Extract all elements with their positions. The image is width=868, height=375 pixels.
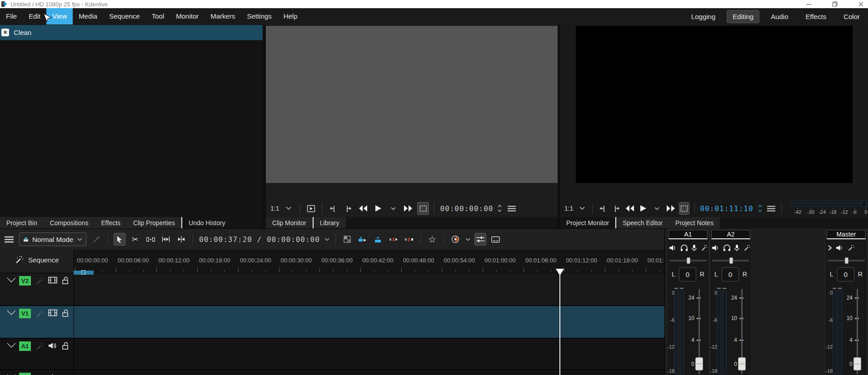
tab-project-notes[interactable]: Project Notes — [669, 217, 720, 228]
hamburger-menu-icon[interactable] — [506, 202, 517, 214]
track-label[interactable]: A1 — [19, 341, 31, 351]
monitor-overlay-icon[interactable] — [305, 202, 316, 214]
track-area-v1[interactable] — [74, 306, 664, 338]
tab-library[interactable]: Library — [314, 217, 346, 228]
track-header-a2[interactable]: A2 — [0, 370, 74, 375]
workspace-audio[interactable]: Audio — [765, 10, 793, 23]
effects-button[interactable] — [700, 244, 708, 252]
rewind-icon[interactable] — [625, 202, 635, 214]
volume-fader[interactable] — [738, 357, 746, 370]
chevron-down-icon[interactable] — [652, 202, 662, 214]
play-icon[interactable] — [373, 202, 384, 214]
workspace-logging[interactable]: Logging — [686, 10, 721, 23]
zone-mode-button[interactable] — [418, 202, 429, 214]
mixer-strip-title[interactable]: A2 — [711, 230, 750, 239]
mixed-audio-video-icon[interactable] — [342, 233, 353, 245]
minimize-button[interactable] — [806, 2, 811, 7]
subtitle-toggle-button[interactable] — [490, 233, 501, 245]
mixer-strip-title[interactable]: A1 — [668, 230, 708, 239]
menu-markers[interactable]: Markers — [205, 8, 241, 25]
lock-icon[interactable] — [62, 342, 69, 350]
lock-icon[interactable] — [62, 276, 69, 284]
track-area-a2[interactable] — [74, 370, 664, 375]
chevron-down-icon[interactable] — [6, 342, 16, 349]
timeline-menu-icon[interactable] — [4, 233, 15, 245]
favorite-effects-icon[interactable]: ☆ — [427, 233, 438, 245]
track-effects-icon[interactable] — [35, 277, 44, 285]
ripple-tool-button[interactable] — [176, 233, 187, 245]
menu-tool[interactable]: Tool — [146, 8, 170, 25]
tab-clip-properties[interactable]: Clip Properties — [127, 217, 181, 228]
play-icon[interactable] — [639, 202, 649, 214]
chevron-down-icon[interactable] — [465, 238, 470, 241]
tab-project-bin[interactable]: Project Bin — [0, 217, 44, 228]
track-label[interactable]: V1 — [19, 309, 31, 318]
chevron-down-icon[interactable] — [388, 202, 399, 214]
record-button[interactable] — [691, 244, 697, 252]
forward-icon[interactable] — [403, 202, 414, 214]
edit-mode-select[interactable]: Normal Mode — [19, 232, 86, 246]
balance-slider[interactable] — [669, 257, 707, 264]
zone-in-icon[interactable] — [598, 202, 608, 214]
record-button[interactable] — [734, 244, 740, 252]
mute-track-icon[interactable] — [48, 373, 57, 375]
track-effects-icon[interactable] — [35, 310, 44, 318]
preview-render-icon[interactable] — [450, 233, 461, 245]
timeline-position-timecode[interactable]: 00:00:37:20 / 00:00:00:00 — [199, 235, 320, 244]
track-area-v2[interactable] — [74, 273, 664, 305]
mute-button[interactable] — [712, 244, 720, 252]
chevron-down-icon[interactable] — [6, 310, 16, 316]
tab-compositions[interactable]: Compositions — [44, 217, 95, 228]
zone-in-icon[interactable] — [328, 202, 339, 214]
menu-file[interactable]: File — [0, 8, 23, 25]
clip-monitor-timecode[interactable]: 00:00:00:00 — [440, 204, 493, 213]
rewind-icon[interactable] — [358, 202, 369, 214]
tab-undo-history[interactable]: Undo History — [182, 217, 232, 228]
project-monitor-timecode[interactable]: 00:01:11:10 — [700, 204, 753, 213]
tab-clip-monitor[interactable]: Clip Monitor — [266, 217, 313, 228]
razor-tool-button[interactable]: ✂ — [130, 233, 140, 245]
menu-settings[interactable]: Settings — [241, 8, 277, 25]
track-header-v1[interactable]: V1 — [0, 306, 74, 338]
workspace-effects[interactable]: Effects — [800, 10, 832, 23]
close-icon[interactable]: ✕ — [1, 29, 9, 36]
insert-zone-icon[interactable] — [357, 233, 368, 245]
slip-tool-button[interactable] — [160, 233, 171, 245]
tab-project-monitor[interactable]: Project Monitor — [560, 217, 615, 228]
workspace-editing[interactable]: Editing — [727, 10, 759, 23]
zone-mode-button[interactable] — [679, 202, 689, 214]
tab-effects[interactable]: Effects — [95, 217, 127, 228]
hamburger-menu-icon[interactable] — [767, 202, 776, 214]
track-area-a1[interactable] — [74, 339, 664, 369]
volume-value[interactable]: 0 — [837, 267, 854, 281]
track-effects-icon[interactable] — [35, 342, 44, 350]
chevron-down-icon[interactable] — [324, 238, 329, 241]
project-monitor-video[interactable] — [576, 26, 853, 183]
effects-button[interactable] — [743, 244, 751, 252]
chevron-down-icon[interactable] — [283, 202, 294, 214]
clip-monitor-video[interactable] — [266, 26, 558, 183]
hide-video-icon[interactable] — [48, 276, 57, 284]
hide-video-icon[interactable] — [48, 309, 57, 316]
timecode-spinner[interactable] — [497, 204, 502, 212]
zone-out-icon[interactable] — [612, 202, 621, 214]
track-label[interactable]: A2 — [19, 373, 31, 375]
overwrite-zone-icon[interactable] — [373, 233, 384, 245]
volume-fader[interactable] — [853, 357, 861, 370]
balance-slider[interactable] — [712, 257, 749, 264]
forward-icon[interactable] — [666, 202, 675, 214]
mixer-strip-title[interactable]: Master — [827, 230, 866, 239]
menu-help[interactable]: Help — [278, 8, 304, 25]
volume-value[interactable]: 0 — [722, 267, 739, 281]
track-header-v2[interactable]: V2 — [0, 273, 74, 305]
effects-button[interactable] — [847, 244, 855, 252]
mute-track-icon[interactable] — [48, 342, 57, 350]
workspace-color[interactable]: Color — [838, 10, 865, 23]
timecode-spinner[interactable] — [758, 204, 763, 212]
extract-zone-icon[interactable] — [388, 233, 399, 245]
timeline-zone-handle[interactable] — [81, 270, 85, 275]
restore-button[interactable] — [832, 1, 838, 7]
spacer-tool-button[interactable] — [145, 233, 156, 245]
track-header-a1[interactable]: A1 — [0, 339, 74, 369]
lift-zone-icon[interactable] — [404, 233, 414, 245]
